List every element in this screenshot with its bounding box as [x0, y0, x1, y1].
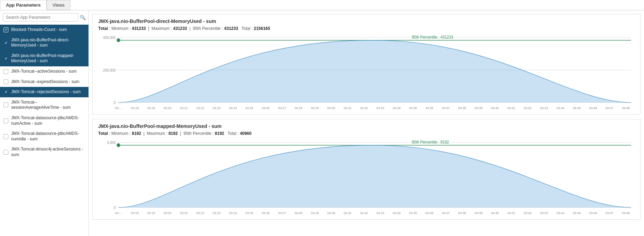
svg-text:04:24: 04:24 [229, 106, 237, 110]
checkbox-blocked-threads[interactable]: ✓ [3, 27, 8, 32]
svg-text:04:19: 04:19 [147, 211, 155, 215]
sidebar-item-label: JMX-Tomcat-datasource-jdbcAMDS-numActive… [11, 115, 85, 126]
tab-views[interactable]: Views [47, 0, 70, 10]
svg-text:04:33: 04:33 [377, 106, 385, 110]
sidebar-item-jmx-mapped[interactable]: ✓ JMX-java.nio-BufferPool-mapped-MemoryU… [0, 51, 88, 66]
svg-text:04:48: 04:48 [622, 211, 630, 215]
svg-text:5,000: 5,000 [107, 140, 116, 145]
svg-text:04:36: 04:36 [426, 211, 434, 215]
sidebar-item-blocked-threads[interactable]: ✓ Blocked-Threads-Count - sum [0, 25, 88, 35]
svg-text:04:31: 04:31 [344, 106, 352, 110]
svg-text:04:30: 04:30 [327, 211, 335, 215]
main-layout: 🔍 ✓ Blocked-Threads-Count - sum ✓ JMX-ja… [0, 10, 644, 236]
svg-text:04:47: 04:47 [606, 106, 614, 110]
svg-text:04:44: 04:44 [557, 106, 565, 110]
sidebar-item-rejectedsessions[interactable]: ✓ JMX-Tomcat--rejectedSessions - sum [0, 87, 88, 97]
svg-text:0: 0 [114, 100, 116, 105]
svg-text:200,000: 200,000 [103, 68, 116, 72]
svg-text:04:34: 04:34 [393, 211, 401, 215]
svg-text:04:23: 04:23 [213, 106, 221, 110]
chart-title-2: JMX-java.nio-BufferPool-mapped-MemoryUse… [98, 123, 635, 129]
sidebar-item-jmx-direct[interactable]: ✓ JMX-java.nio-BufferPool-direct-MemoryU… [0, 35, 88, 51]
svg-text:04:42: 04:42 [524, 211, 532, 215]
svg-point-48 [117, 143, 120, 147]
sidebar-item-label: JMX-Tomcat--sessionAverageAliveTime - su… [11, 100, 85, 111]
top-tab-bar: App Parameters Views [0, 0, 644, 10]
checkbox-sessionaverage[interactable] [3, 103, 8, 107]
svg-text:04:18: 04:18 [131, 106, 139, 110]
checkbox-jmx-mapped[interactable]: ✓ [3, 56, 8, 61]
svg-text:04:32: 04:32 [360, 211, 368, 215]
svg-text:04:35: 04:35 [409, 106, 417, 110]
svg-text:04:38: 04:38 [458, 106, 466, 110]
svg-text:04:42: 04:42 [524, 106, 532, 110]
checkbox-activesessions[interactable] [3, 69, 8, 74]
search-bar: 🔍 [0, 10, 88, 25]
svg-text:04:29: 04:29 [311, 106, 319, 110]
svg-text:95th Percentile : 431233: 95th Percentile : 431233 [412, 35, 453, 40]
svg-text:04:41: 04:41 [507, 211, 515, 215]
svg-text:04:19: 04:19 [147, 106, 155, 110]
checkbox-expiredsessions[interactable] [3, 79, 8, 84]
checkbox-dmsoc4j[interactable] [3, 150, 8, 155]
sidebar-item-numactive[interactable]: JMX-Tomcat-datasource-jdbcAMDS-numActive… [0, 113, 88, 129]
svg-text:04:31: 04:31 [344, 211, 352, 215]
sidebar-item-label: JMX-Tomcat--expiredSessions - sum [11, 79, 79, 85]
sidebar-item-label: JMX-java.nio-BufferPool-direct-MemoryUse… [11, 38, 85, 48]
checkbox-numidle[interactable] [3, 134, 8, 139]
svg-text:04:20: 04:20 [164, 106, 172, 110]
svg-text:04:33: 04:33 [377, 211, 385, 215]
sidebar-item-numidle[interactable]: JMX-Tomcat-datasource-jdbcAMDS-numIdle -… [0, 129, 88, 144]
sidebar-item-sessionaverage[interactable]: JMX-Tomcat--sessionAverageAliveTime - su… [0, 97, 88, 113]
svg-text:04:37: 04:37 [442, 106, 450, 110]
sidebar-item-activesessions[interactable]: JMX-Tomcat--activeSessions - sum [0, 66, 88, 77]
svg-text:04:22: 04:22 [196, 106, 204, 110]
svg-text:04:27: 04:27 [278, 211, 286, 215]
svg-text:04:43: 04:43 [540, 106, 548, 110]
svg-text:04:37: 04:37 [442, 211, 450, 215]
svg-text:04:22: 04:22 [196, 211, 204, 215]
tab-app-parameters[interactable]: App Parameters [0, 0, 47, 10]
search-icon: 🔍 [80, 15, 86, 20]
checkbox-rejectedsessions[interactable]: ✓ [3, 90, 8, 95]
svg-text:04:45: 04:45 [573, 106, 581, 110]
svg-text:04:29: 04:29 [311, 211, 319, 215]
chart-stats-2: Total : Minimum : 8192 | Maximum : 8192 … [98, 131, 635, 136]
sidebar-item-label: JMX-Tomcat-datasource-jdbcAMDS-numIdle -… [11, 131, 85, 142]
svg-text:04:35: 04:35 [409, 211, 417, 215]
svg-text:04:46: 04:46 [589, 106, 597, 110]
svg-point-8 [117, 38, 120, 42]
sidebar-item-expiredsessions[interactable]: JMX-Tomcat--expiredSessions - sum [0, 77, 88, 87]
svg-text:95th Percentile : 8192: 95th Percentile : 8192 [412, 140, 449, 145]
sidebar-item-label: JMX-Tomcat--rejectedSessions - sum [11, 89, 80, 95]
sidebar: 🔍 ✓ Blocked-Threads-Count - sum ✓ JMX-ja… [0, 10, 89, 236]
svg-text:04:...: 04:... [115, 106, 122, 110]
svg-text:04:32: 04:32 [360, 106, 368, 110]
checkbox-jmx-direct[interactable]: ✓ [3, 40, 8, 45]
search-input[interactable] [3, 13, 78, 22]
sidebar-item-label: JMX-Tomcat-dmsoc4j-activeSessions - sum [11, 147, 85, 157]
chart-svg-2: 5,000 0 95th Percentile : 8192 04:... 04… [98, 139, 635, 215]
svg-text:04:20: 04:20 [164, 211, 172, 215]
chart-container-2: 5,000 0 95th Percentile : 8192 04:... 04… [98, 139, 635, 215]
svg-text:04:21: 04:21 [180, 106, 188, 110]
chart-container-1: 400,000 200,000 0 95th Percentile : 4312… [98, 34, 635, 110]
svg-text:04:27: 04:27 [278, 106, 286, 110]
svg-text:04:18: 04:18 [131, 211, 139, 215]
svg-text:04:46: 04:46 [589, 211, 597, 215]
sidebar-item-label: JMX-java.nio-BufferPool-mapped-MemoryUse… [11, 53, 85, 64]
svg-text:04:47: 04:47 [606, 211, 614, 215]
svg-text:04:39: 04:39 [475, 106, 483, 110]
svg-text:04:26: 04:26 [262, 211, 270, 215]
svg-text:0: 0 [114, 205, 116, 210]
chart-card-2: JMX-java.nio-BufferPool-mapped-MemoryUse… [92, 119, 641, 220]
checkbox-numactive[interactable] [3, 119, 8, 123]
sidebar-item-dmsoc4j[interactable]: JMX-Tomcat-dmsoc4j-activeSessions - sum [0, 144, 88, 160]
svg-text:04:23: 04:23 [213, 211, 221, 215]
svg-text:04:30: 04:30 [327, 106, 335, 110]
svg-text:04:39: 04:39 [475, 211, 483, 215]
svg-text:04:44: 04:44 [557, 211, 565, 215]
svg-text:04:21: 04:21 [180, 211, 188, 215]
svg-text:04:34: 04:34 [393, 106, 401, 110]
svg-text:04:38: 04:38 [458, 211, 466, 215]
